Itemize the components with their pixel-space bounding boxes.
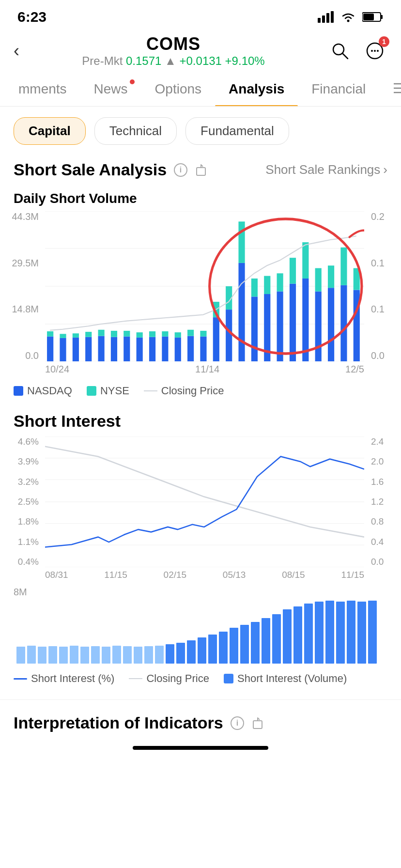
- svg-rect-63: [277, 273, 283, 291]
- svg-rect-90: [80, 647, 89, 664]
- interpretation-section: Interpretation of Indicators i: [0, 699, 401, 740]
- svg-rect-107: [262, 618, 270, 664]
- legend-closing-line: [144, 390, 157, 391]
- svg-rect-89: [70, 646, 78, 664]
- daily-short-volume-chart: 44.3M 29.5M 14.8M 0.0 0.2 0.1 0.1 0.0: [14, 211, 387, 376]
- news-dot: [130, 79, 135, 84]
- short-interest-chart: 4.6% 3.9% 3.2% 2.5% 1.8% 1.1% 0.4% 2.4 2…: [14, 436, 387, 582]
- more-icon: [393, 81, 401, 95]
- interpretation-share-icon[interactable]: [251, 716, 266, 730]
- svg-rect-65: [290, 258, 296, 283]
- status-bar: 6:23: [0, 0, 401, 30]
- svg-rect-51: [200, 331, 206, 337]
- legend-si-vol-dot: [224, 674, 233, 683]
- filter-pills: Capital Technical Fundamental: [0, 107, 401, 155]
- volume-bar-chart: 8M: [14, 587, 387, 666]
- chat-button[interactable]: 1: [362, 38, 387, 63]
- svg-rect-0: [318, 18, 321, 23]
- svg-rect-1: [322, 16, 325, 23]
- pill-capital[interactable]: Capital: [14, 117, 86, 145]
- search-button[interactable]: [327, 38, 353, 63]
- svg-rect-91: [91, 646, 100, 664]
- si-chart-inner: [45, 436, 364, 567]
- svg-rect-29: [60, 334, 66, 338]
- svg-rect-109: [283, 609, 292, 664]
- legend-nyse: NYSE: [87, 385, 129, 397]
- svg-rect-95: [134, 647, 142, 664]
- svg-rect-54: [226, 310, 232, 361]
- legend-nasdaq: NASDAQ: [14, 385, 72, 397]
- tab-bar: mments News Options Analysis Financial: [0, 74, 401, 107]
- svg-point-13: [377, 50, 379, 52]
- short-sale-analysis-header: Short Sale Analysis i Short Sale Ranking…: [0, 155, 401, 187]
- search-icon: [330, 41, 350, 61]
- signal-icon: [318, 11, 334, 23]
- svg-line-9: [342, 53, 348, 59]
- svg-rect-41: [137, 332, 143, 338]
- vol-svg: [14, 601, 387, 664]
- legend-si-pct: Short Interest (%): [14, 672, 114, 685]
- svg-rect-45: [162, 331, 168, 337]
- svg-rect-27: [47, 331, 53, 337]
- share-icon[interactable]: [195, 163, 209, 177]
- svg-rect-30: [73, 338, 79, 361]
- back-button[interactable]: ‹: [14, 41, 19, 61]
- tab-financial[interactable]: Financial: [298, 74, 379, 106]
- legend-dsv: NASDAQ NYSE Closing Price: [0, 381, 401, 407]
- svg-rect-38: [123, 337, 130, 361]
- svg-rect-92: [102, 647, 110, 664]
- x-labels-si: 08/31 11/15 02/15 05/13 08/15 11/15: [45, 568, 364, 582]
- svg-rect-58: [251, 296, 258, 361]
- svg-rect-56: [238, 263, 245, 361]
- svg-rect-115: [347, 601, 355, 664]
- svg-rect-33: [85, 332, 92, 337]
- svg-rect-32: [85, 337, 92, 361]
- tab-comments[interactable]: mments: [5, 74, 80, 106]
- svg-rect-85: [27, 646, 36, 664]
- tab-more[interactable]: [379, 74, 401, 106]
- svg-rect-73: [340, 248, 347, 285]
- svg-rect-19: [197, 168, 205, 175]
- svg-text:i: i: [180, 166, 182, 174]
- svg-rect-87: [48, 646, 57, 664]
- svg-point-4: [347, 20, 350, 22]
- svg-rect-94: [123, 646, 132, 664]
- svg-rect-110: [293, 606, 302, 664]
- tab-analysis[interactable]: Analysis: [215, 74, 298, 106]
- svg-rect-86: [38, 647, 46, 664]
- svg-rect-6: [381, 15, 383, 19]
- svg-rect-42: [149, 337, 155, 361]
- short-sale-rankings-link[interactable]: Short Sale Rankings ›: [265, 162, 387, 177]
- svg-rect-3: [331, 11, 334, 23]
- tab-news[interactable]: News: [80, 74, 141, 106]
- svg-rect-108: [272, 614, 281, 664]
- svg-rect-103: [219, 632, 228, 664]
- svg-rect-59: [251, 279, 258, 296]
- svg-rect-26: [47, 337, 53, 361]
- svg-rect-102: [208, 635, 217, 664]
- svg-rect-71: [328, 265, 334, 288]
- interpretation-info-icon[interactable]: i: [230, 716, 245, 730]
- svg-rect-98: [166, 644, 174, 664]
- svg-rect-52: [213, 317, 219, 361]
- svg-rect-111: [304, 604, 313, 664]
- svg-rect-112: [315, 602, 324, 664]
- info-icon[interactable]: i: [173, 163, 188, 177]
- header-icons: 1: [327, 38, 387, 63]
- svg-rect-69: [315, 268, 322, 292]
- svg-rect-61: [264, 276, 270, 294]
- svg-rect-88: [59, 647, 68, 664]
- status-time: 6:23: [17, 9, 46, 25]
- legend-nyse-dot: [87, 386, 96, 396]
- svg-rect-97: [155, 646, 164, 664]
- tab-options[interactable]: Options: [141, 74, 216, 106]
- svg-rect-46: [175, 338, 181, 361]
- legend-nasdaq-dot: [14, 386, 23, 396]
- legend-si: Short Interest (%) Closing Price Short I…: [14, 666, 387, 695]
- pill-technical[interactable]: Technical: [94, 117, 177, 145]
- status-icons: [318, 11, 384, 23]
- si-svg: [45, 436, 364, 567]
- pill-fundamental[interactable]: Fundamental: [185, 117, 289, 145]
- chart-svg-container: [45, 211, 364, 361]
- svg-rect-106: [251, 622, 260, 664]
